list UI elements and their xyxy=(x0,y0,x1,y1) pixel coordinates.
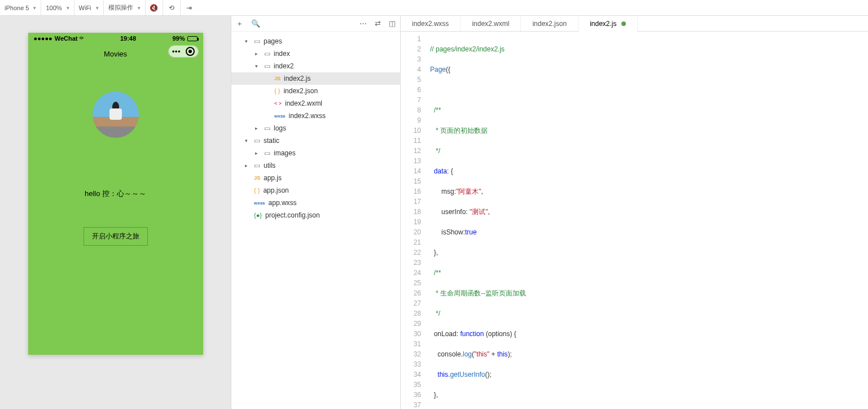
page-title: Movies xyxy=(104,50,127,58)
greeting-text: hello 控：心～～～ xyxy=(85,189,146,199)
phone-content: hello 控：心～～～ 开启小程序之旅 xyxy=(28,63,203,246)
file-app-wxss[interactable]: wxssapp.wxss xyxy=(231,197,400,209)
folder-pages[interactable]: ▾▭pages xyxy=(231,35,400,47)
js-icon: JS xyxy=(274,76,280,81)
file-app-js[interactable]: JSapp.js xyxy=(231,172,400,184)
simulator-panel: ●●●●● WeChat ⌔ 19:48 99% Movies ••• xyxy=(0,16,231,409)
dock-icon: ⇥ xyxy=(185,4,193,12)
tab-index2-js[interactable]: index2.js xyxy=(578,16,637,31)
file-tree: ▾▭pages ▸▭index ▾▭index2 JSindex2.js { }… xyxy=(231,32,400,221)
explorer-panel: ＋ 🔍 ⋯ ⇄ ◫ ▾▭pages ▸▭index ▾▭index2 JSind… xyxy=(231,16,401,409)
tab-label: index2.json xyxy=(532,20,567,28)
line-gutter: 1234567891011121314151617181920212223242… xyxy=(401,32,427,409)
file-label: index2.wxss xyxy=(289,112,326,120)
file-index2-wxml[interactable]: < >index2.wxml xyxy=(231,97,400,110)
editor-panel: index2.wxss index2.wxml index2.json inde… xyxy=(401,16,868,409)
editor-tabs: index2.wxss index2.wxml index2.json inde… xyxy=(401,16,868,32)
tab-index2-wxml[interactable]: index2.wxml xyxy=(461,16,521,31)
folder-static[interactable]: ▾▭static xyxy=(231,134,400,147)
avatar[interactable] xyxy=(93,92,139,138)
device-select[interactable]: iPhone 5 ▾ xyxy=(0,0,41,15)
tab-index2-json[interactable]: index2.json xyxy=(521,16,578,31)
top-toolbar: iPhone 5 ▾ 100% ▾ WiFi ▾ 模拟操作 ▾ 🔇 ⟲ ⇥ xyxy=(0,0,868,16)
mute-icon: 🔇 xyxy=(150,4,158,12)
phone-status-bar: ●●●●● WeChat ⌔ 19:48 99% xyxy=(28,33,203,44)
file-label: utils xyxy=(264,162,275,169)
folder-icon: ▭ xyxy=(254,137,260,145)
phone-nav-bar: Movies ••• xyxy=(28,44,203,63)
file-label: app.js xyxy=(264,174,282,182)
file-index2-js[interactable]: JSindex2.js xyxy=(231,72,400,85)
device-label: iPhone 5 xyxy=(5,5,29,11)
wxml-icon: < > xyxy=(274,101,282,106)
folder-utils[interactable]: ▸▭utils xyxy=(231,159,400,172)
sim-operations-select[interactable]: 模拟操作 ▾ xyxy=(104,0,146,15)
dock-button[interactable]: ⇥ xyxy=(181,0,198,15)
json-icon: { } xyxy=(274,88,280,94)
clock-label: 19:48 xyxy=(120,35,136,42)
tab-label: index2.wxss xyxy=(412,20,449,28)
menu-dots-icon: ••• xyxy=(172,47,181,55)
split-icon[interactable]: ◫ xyxy=(389,19,396,28)
tab-index2-wxss[interactable]: index2.wxss xyxy=(401,16,461,31)
folder-index2[interactable]: ▾▭index2 xyxy=(231,60,400,72)
folder-icon: ▭ xyxy=(264,124,270,132)
file-app-json[interactable]: { }app.json xyxy=(231,184,400,197)
file-index2-wxss[interactable]: wxssindex2.wxss xyxy=(231,110,400,122)
file-label: app.json xyxy=(263,186,288,194)
battery-icon xyxy=(187,36,198,41)
tab-label: index2.wxml xyxy=(472,20,509,28)
modified-dot-icon xyxy=(621,21,626,26)
folder-logs[interactable]: ▸▭logs xyxy=(231,122,400,134)
file-label: index2 xyxy=(274,62,293,70)
file-label: pages xyxy=(264,37,282,45)
file-label: static xyxy=(264,137,279,145)
folder-icon: ▭ xyxy=(264,50,270,58)
file-label: index xyxy=(274,50,290,58)
code-content[interactable]: // pages/index2/index2.js Page({ /** * 页… xyxy=(427,32,868,409)
explorer-toolbar: ＋ 🔍 ⋯ ⇄ ◫ xyxy=(231,16,400,32)
more-icon[interactable]: ⋯ xyxy=(360,19,367,28)
network-select[interactable]: WiFi ▾ xyxy=(74,0,104,15)
file-label: project.config.json xyxy=(265,211,320,219)
zoom-select[interactable]: 100% ▾ xyxy=(41,0,74,15)
wxss-icon: wxss xyxy=(274,114,286,119)
chevron-down-icon: ▾ xyxy=(67,5,69,11)
signal-dots-icon: ●●●●● xyxy=(34,35,52,42)
folder-icon: ▭ xyxy=(254,162,260,169)
mute-button[interactable]: 🔇 xyxy=(146,0,163,15)
new-file-icon[interactable]: ＋ xyxy=(236,19,243,29)
file-label: index2.json xyxy=(283,87,318,95)
wifi-icon: ⌔ xyxy=(80,35,84,42)
rotate-button[interactable]: ⟲ xyxy=(163,0,181,15)
phone-frame: ●●●●● WeChat ⌔ 19:48 99% Movies ••• xyxy=(28,33,203,355)
file-label: index2.js xyxy=(284,75,310,82)
js-icon: JS xyxy=(254,175,260,181)
tab-label: index2.js xyxy=(590,20,616,28)
file-label: index2.wxml xyxy=(285,99,322,107)
file-label: images xyxy=(274,149,296,157)
chevron-down-icon: ▾ xyxy=(138,5,141,11)
wxss-icon: wxss xyxy=(254,201,265,206)
collapse-icon[interactable]: ⇄ xyxy=(375,19,381,28)
carrier-label: WeChat xyxy=(55,35,78,42)
start-journey-button[interactable]: 开启小程序之旅 xyxy=(84,227,148,246)
search-icon[interactable]: 🔍 xyxy=(251,19,260,28)
json-icon: { } xyxy=(254,187,260,194)
code-editor[interactable]: 1234567891011121314151617181920212223242… xyxy=(401,32,868,409)
chevron-down-icon: ▾ xyxy=(96,5,99,11)
chevron-down-icon: ▾ xyxy=(33,5,36,11)
sim-ops-label: 模拟操作 xyxy=(108,3,133,12)
file-label: logs xyxy=(274,124,286,132)
file-index2-json[interactable]: { }index2.json xyxy=(231,85,400,97)
folder-index[interactable]: ▸▭index xyxy=(231,47,400,60)
file-project-config[interactable]: {●}project.config.json xyxy=(231,209,400,221)
folder-icon: ▭ xyxy=(264,149,270,157)
battery-label: 99% xyxy=(172,35,185,42)
folder-images[interactable]: ▸▭images xyxy=(231,147,400,159)
folder-icon: ▭ xyxy=(264,62,270,70)
folder-icon: ▭ xyxy=(254,37,260,45)
network-label: WiFi xyxy=(79,5,91,11)
capsule-button[interactable]: ••• xyxy=(168,45,199,58)
zoom-label: 100% xyxy=(46,5,62,11)
